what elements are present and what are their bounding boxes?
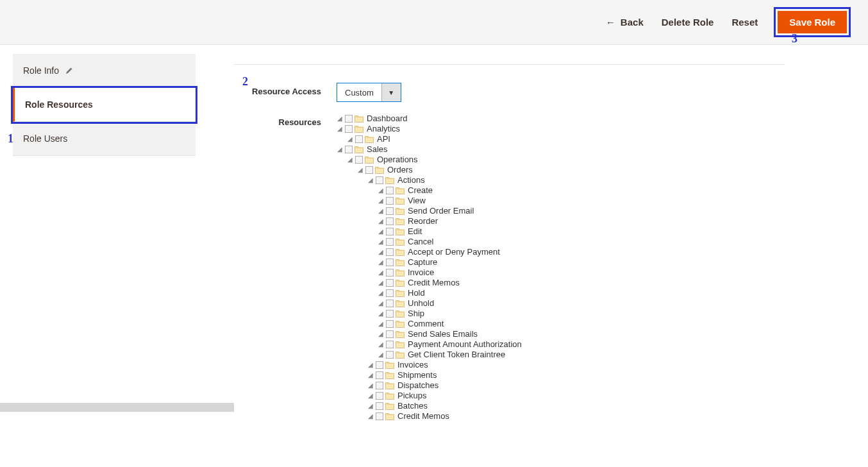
tree-checkbox[interactable]	[355, 135, 363, 143]
tree-node[interactable]: ◢Credit Memos	[378, 278, 522, 288]
tree-checkbox[interactable]	[376, 392, 383, 400]
expand-toggle-icon[interactable]: ◢	[378, 247, 384, 257]
expand-toggle-icon[interactable]: ◢	[378, 237, 384, 247]
tree-node[interactable]: ◢Dashboard	[337, 114, 522, 124]
tree-checkbox[interactable]	[355, 156, 363, 164]
tree-node[interactable]: ◢Accept or Deny Payment	[378, 247, 522, 257]
reset-button[interactable]: Reset	[731, 17, 758, 28]
tree-node[interactable]: ◢Edit	[378, 226, 522, 237]
tree-checkbox[interactable]	[386, 341, 394, 348]
tree-node[interactable]: ◢Get Client Token Braintree	[378, 350, 522, 360]
tree-checkbox[interactable]	[376, 382, 383, 389]
tree-checkbox[interactable]	[386, 207, 394, 215]
expand-toggle-icon[interactable]: ◢	[367, 380, 374, 391]
expand-toggle-icon[interactable]: ◢	[337, 124, 343, 134]
expand-toggle-icon[interactable]: ◢	[378, 267, 384, 278]
tree-checkbox[interactable]	[386, 320, 394, 328]
tree-checkbox[interactable]	[386, 279, 394, 287]
expand-toggle-icon[interactable]: ◢	[357, 165, 363, 175]
tree-node[interactable]: ◢Actions	[367, 175, 522, 185]
tree-node[interactable]: ◢Cancel	[378, 237, 522, 247]
tree-checkbox[interactable]	[365, 166, 373, 174]
expand-toggle-icon[interactable]: ◢	[378, 288, 384, 298]
expand-toggle-icon[interactable]: ◢	[378, 278, 384, 288]
tree-checkbox[interactable]	[376, 402, 383, 410]
tree-node[interactable]: ◢Dispatches	[367, 380, 522, 391]
tree-node[interactable]: ◢API	[347, 134, 522, 144]
horizontal-scrollbar[interactable]	[0, 403, 234, 412]
expand-toggle-icon[interactable]: ◢	[378, 257, 384, 267]
tree-node[interactable]: ◢Comment	[378, 319, 522, 329]
expand-toggle-icon[interactable]: ◢	[378, 319, 384, 329]
tree-checkbox[interactable]	[386, 259, 394, 266]
expand-toggle-icon[interactable]: ◢	[367, 401, 374, 411]
tree-node[interactable]: ◢Sales	[337, 144, 522, 155]
expand-toggle-icon[interactable]: ◢	[337, 144, 343, 155]
tree-checkbox[interactable]	[386, 187, 394, 194]
tree-node[interactable]: ◢Hold	[378, 288, 522, 298]
expand-toggle-icon[interactable]: ◢	[378, 350, 384, 360]
sidebar-item-role-resources[interactable]: Role Resources	[13, 88, 196, 122]
tree-checkbox[interactable]	[345, 125, 353, 133]
tree-node[interactable]: ◢Ship	[378, 309, 522, 319]
tree-checkbox[interactable]	[376, 176, 383, 184]
expand-toggle-icon[interactable]: ◢	[378, 329, 384, 339]
tree-node[interactable]: ◢Invoice	[378, 267, 522, 278]
tree-checkbox[interactable]	[386, 238, 394, 246]
back-button[interactable]: ← Back	[606, 17, 644, 28]
expand-toggle-icon[interactable]: ◢	[347, 155, 353, 165]
tree-checkbox[interactable]	[376, 371, 383, 379]
tree-checkbox[interactable]	[345, 146, 353, 153]
sidebar-item-role-info[interactable]: Role Info	[13, 54, 196, 88]
expand-toggle-icon[interactable]: ◢	[378, 185, 384, 196]
save-role-button[interactable]: Save Role	[778, 11, 847, 33]
tree-checkbox[interactable]	[386, 310, 394, 318]
tree-node[interactable]: ◢Invoices	[367, 360, 522, 370]
expand-toggle-icon[interactable]: ◢	[347, 134, 353, 144]
tree-node[interactable]: ◢Send Sales Emails	[378, 329, 522, 339]
expand-toggle-icon[interactable]: ◢	[378, 216, 384, 226]
tree-node[interactable]: ◢Capture	[378, 257, 522, 267]
expand-toggle-icon[interactable]: ◢	[367, 360, 374, 370]
tree-node[interactable]: ◢Unhold	[378, 298, 522, 309]
expand-toggle-icon[interactable]: ◢	[378, 298, 384, 309]
tree-checkbox[interactable]	[345, 115, 353, 123]
tree-node[interactable]: ◢Payment Amount Authorization	[378, 339, 522, 350]
tree-checkbox[interactable]	[386, 351, 394, 359]
tree-checkbox[interactable]	[386, 228, 394, 235]
tree-checkbox[interactable]	[386, 289, 394, 297]
tree-checkbox[interactable]	[386, 248, 394, 256]
expand-toggle-icon[interactable]: ◢	[378, 226, 384, 237]
tree-node-label: Cancel	[406, 237, 433, 247]
expand-toggle-icon[interactable]: ◢	[367, 370, 374, 380]
tree-node[interactable]: ◢Shipments	[367, 370, 522, 380]
expand-toggle-icon[interactable]: ◢	[337, 114, 343, 124]
expand-toggle-icon[interactable]: ◢	[367, 391, 374, 401]
expand-toggle-icon[interactable]: ◢	[378, 196, 384, 206]
tree-checkbox[interactable]	[376, 412, 383, 420]
tree-node[interactable]: ◢Batches	[367, 401, 522, 411]
tree-node[interactable]: ◢Pickups	[367, 391, 522, 401]
resource-access-select[interactable]: Custom ▼	[337, 83, 401, 102]
expand-toggle-icon[interactable]: ◢	[378, 309, 384, 319]
tree-node[interactable]: ◢Operations	[347, 155, 522, 165]
tree-node[interactable]: ◢Send Order Email	[378, 206, 522, 216]
tree-node[interactable]: ◢View	[378, 196, 522, 206]
expand-toggle-icon[interactable]: ◢	[378, 339, 384, 350]
tree-checkbox[interactable]	[376, 361, 383, 369]
sidebar-item-role-users[interactable]: Role Users	[13, 122, 196, 156]
tree-checkbox[interactable]	[386, 269, 394, 276]
tree-node[interactable]: ◢Create	[378, 185, 522, 196]
expand-toggle-icon[interactable]: ◢	[378, 206, 384, 216]
tree-checkbox[interactable]	[386, 197, 394, 205]
tree-node[interactable]: ◢Reorder	[378, 216, 522, 226]
tree-checkbox[interactable]	[386, 300, 394, 307]
delete-role-button[interactable]: Delete Role	[662, 17, 714, 28]
tree-node[interactable]: ◢Analytics	[337, 124, 522, 134]
tree-node[interactable]: ◢Orders	[357, 165, 522, 175]
tree-node[interactable]: ◢Credit Memos	[367, 411, 522, 421]
tree-checkbox[interactable]	[386, 330, 394, 338]
expand-toggle-icon[interactable]: ◢	[367, 175, 374, 185]
expand-toggle-icon[interactable]: ◢	[367, 411, 374, 421]
tree-checkbox[interactable]	[386, 217, 394, 225]
